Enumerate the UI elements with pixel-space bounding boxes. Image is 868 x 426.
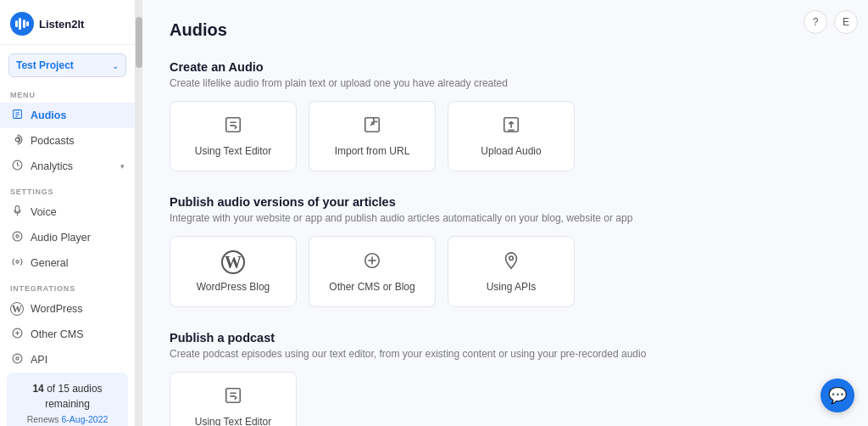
import-url-label: Import from URL xyxy=(335,145,410,157)
help-button[interactable]: ? xyxy=(804,10,827,34)
podcast-editor-label: Using Text Editor xyxy=(195,416,272,426)
other-cms-icon xyxy=(10,328,24,341)
chat-icon: 💬 xyxy=(828,386,847,405)
header-actions: ? E xyxy=(804,10,858,34)
voice-label: Voice xyxy=(31,206,57,218)
podcasts-icon xyxy=(10,134,24,148)
sidebar-item-general[interactable]: General xyxy=(0,250,135,276)
logo-area: Listen2It xyxy=(0,0,135,45)
card-text-editor[interactable]: Using Text Editor xyxy=(170,101,297,171)
logo-text: Listen2It xyxy=(39,18,84,31)
card-import-url[interactable]: Import from URL xyxy=(309,101,436,171)
podcasts-label: Podcasts xyxy=(31,135,74,147)
sidebar-item-wordpress[interactable]: W WordPress xyxy=(0,296,135,322)
sidebar-bottom-info: 14 of 15 audiosremaining Renews 6-Aug-20… xyxy=(7,373,128,426)
import-url-icon xyxy=(363,115,381,138)
analytics-arrow-icon: ▾ xyxy=(120,162,125,171)
svg-point-8 xyxy=(15,235,18,238)
svg-rect-15 xyxy=(226,118,241,132)
create-audio-title: Create an Audio xyxy=(170,60,841,74)
audio-count-text: 14 of 15 audiosremaining xyxy=(15,381,120,412)
create-audio-cards: Using Text Editor Import from URL Upload… xyxy=(170,101,841,171)
text-editor-label: Using Text Editor xyxy=(195,145,272,157)
scrollbar[interactable] xyxy=(136,0,142,426)
svg-point-13 xyxy=(13,354,22,363)
audio-player-icon xyxy=(10,231,24,244)
card-using-apis[interactable]: Using APIs xyxy=(448,236,575,307)
create-audio-section: Create an Audio Create lifelike audio fr… xyxy=(170,60,841,171)
user-icon: E xyxy=(843,16,849,28)
using-apis-label: Using APIs xyxy=(487,281,537,293)
publish-articles-desc: Integrate with your website or app and p… xyxy=(170,212,841,224)
analytics-label: Analytics xyxy=(31,160,73,172)
user-button[interactable]: E xyxy=(834,10,858,34)
svg-rect-23 xyxy=(226,389,241,403)
card-wordpress-blog[interactable]: W WordPress Blog xyxy=(170,236,297,307)
page-title: Audios xyxy=(170,20,841,40)
audios-label: Audios xyxy=(31,109,66,121)
wordpress-label: WordPress xyxy=(31,303,83,315)
sidebar: Listen2It Test Project ⌄ MENU Audios Pod… xyxy=(0,0,136,426)
project-chevron-icon: ⌄ xyxy=(112,61,119,70)
wordpress-blog-label: WordPress Blog xyxy=(197,281,270,293)
upload-audio-label: Upload Audio xyxy=(481,145,541,157)
renews-text: Renews 6-Aug-2022 xyxy=(15,414,120,424)
publish-podcast-section: Publish a podcast Create podcast episode… xyxy=(170,331,841,426)
other-cms-blog-icon xyxy=(363,251,381,274)
sidebar-item-api[interactable]: API xyxy=(0,347,135,373)
other-cms-blog-label: Other CMS or Blog xyxy=(329,281,415,293)
sidebar-item-other-cms[interactable]: Other CMS xyxy=(0,322,135,347)
publish-podcast-desc: Create podcast episodes using our text e… xyxy=(170,348,841,360)
logo-icon xyxy=(10,12,34,36)
sidebar-item-voice[interactable]: Voice xyxy=(0,199,135,225)
audios-icon xyxy=(10,109,24,122)
general-label: General xyxy=(31,257,68,269)
help-icon: ? xyxy=(813,16,819,28)
project-name: Test Project xyxy=(16,59,74,71)
publish-podcast-title: Publish a podcast xyxy=(170,331,841,345)
publish-podcast-cards: Using Text Editor xyxy=(170,372,841,426)
integrations-label: INTEGRATIONS xyxy=(0,276,135,296)
chat-bubble[interactable]: 💬 xyxy=(821,378,854,412)
menu-label: MENU xyxy=(0,82,135,103)
general-icon xyxy=(10,256,24,270)
svg-point-9 xyxy=(15,261,18,263)
sidebar-item-audio-player[interactable]: Audio Player xyxy=(0,225,135,250)
create-audio-desc: Create lifelike audio from plain text or… xyxy=(170,77,841,89)
analytics-icon xyxy=(10,160,24,173)
svg-point-4 xyxy=(15,137,19,141)
api-label: API xyxy=(31,354,47,366)
publish-articles-cards: W WordPress Blog Other CMS or Blog Using… xyxy=(170,236,841,307)
svg-point-14 xyxy=(15,357,18,360)
renews-label: Renews xyxy=(27,414,59,424)
wordpress-icon: W xyxy=(10,302,24,316)
api-icon xyxy=(10,353,24,367)
svg-point-7 xyxy=(13,232,22,241)
sidebar-item-analytics[interactable]: Analytics ▾ xyxy=(0,154,135,179)
publish-articles-section: Publish audio versions of your articles … xyxy=(170,195,841,307)
sidebar-item-audios[interactable]: Audios xyxy=(0,103,135,128)
podcast-editor-icon xyxy=(224,386,242,409)
card-podcast-editor[interactable]: Using Text Editor xyxy=(170,372,297,426)
wordpress-blog-icon: W xyxy=(221,250,245,274)
logo-waves xyxy=(15,18,30,30)
main-content: Audios Create an Audio Create lifelike a… xyxy=(142,0,868,426)
project-selector[interactable]: Test Project ⌄ xyxy=(8,53,126,77)
voice-icon xyxy=(10,205,24,219)
sidebar-item-podcasts[interactable]: Podcasts xyxy=(0,128,135,154)
using-apis-icon xyxy=(502,251,520,274)
renews-date-link[interactable]: 6-Aug-2022 xyxy=(61,414,108,424)
audio-count-total: 15 xyxy=(58,383,69,395)
text-editor-icon xyxy=(224,115,242,138)
svg-point-22 xyxy=(509,255,514,260)
upload-audio-icon xyxy=(502,115,520,138)
audio-player-label: Audio Player xyxy=(31,232,91,244)
card-other-cms-blog[interactable]: Other CMS or Blog xyxy=(309,236,436,307)
card-upload-audio[interactable]: Upload Audio xyxy=(448,101,575,171)
other-cms-label: Other CMS xyxy=(31,328,84,340)
settings-label: SETTINGS xyxy=(0,179,135,199)
audio-count-of: of xyxy=(47,383,58,395)
publish-articles-title: Publish audio versions of your articles xyxy=(170,195,841,209)
scrollbar-thumb[interactable] xyxy=(136,17,142,68)
audio-count-number: 14 xyxy=(32,383,43,395)
